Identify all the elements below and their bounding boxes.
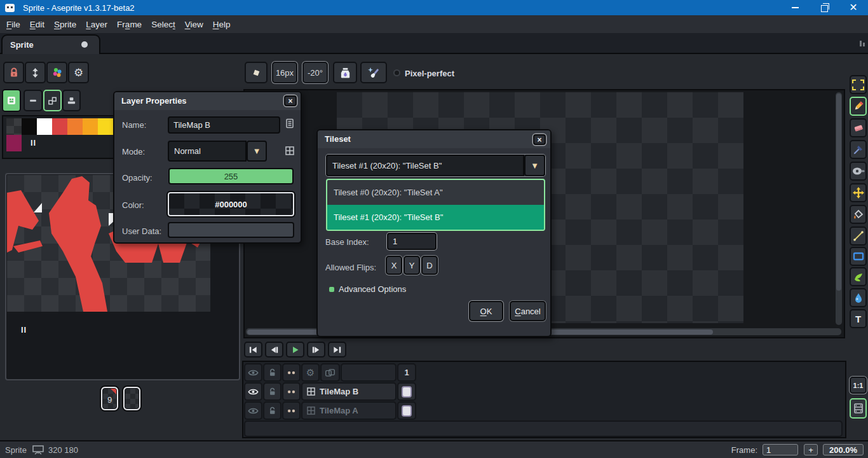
menu-sprite[interactable]: Sprite bbox=[54, 20, 76, 29]
tool-contour[interactable] bbox=[850, 267, 867, 286]
menu-file[interactable]: File bbox=[6, 20, 20, 29]
tabbar-grip-icon[interactable] bbox=[860, 41, 865, 46]
layer-color-field[interactable]: #000000 bbox=[168, 192, 294, 216]
blend-mode-dropdown-button[interactable]: ▼ bbox=[247, 141, 267, 162]
layer-visibility-toggle[interactable] bbox=[244, 401, 262, 420]
layer-name-input[interactable] bbox=[168, 116, 280, 134]
tool-paint-bucket[interactable] bbox=[850, 205, 867, 224]
tile-thumbnail-current[interactable]: 9 bbox=[100, 385, 119, 412]
tab-sprite[interactable]: Sprite bbox=[1, 34, 100, 54]
tileset-select[interactable]: Tileset #1 (20x20): "TileSet B" ▼ bbox=[326, 155, 545, 176]
palette-options-button[interactable]: ⚙ bbox=[68, 62, 89, 83]
timeline-panel[interactable]: ⚙ 1 TileMap B TileMap A bbox=[242, 361, 846, 438]
blend-mode-select[interactable]: Normal bbox=[168, 141, 247, 162]
advanced-options-bullet-icon[interactable] bbox=[329, 287, 334, 292]
aspect-ratio-button[interactable]: 1:1 bbox=[850, 377, 867, 394]
tool-move[interactable] bbox=[850, 183, 867, 202]
flip-x-button[interactable]: X bbox=[386, 256, 402, 275]
tool-line[interactable] bbox=[850, 226, 867, 246]
menu-layer[interactable]: Layer bbox=[86, 20, 107, 29]
menu-help[interactable]: Help bbox=[213, 20, 231, 29]
palette-swatch-0[interactable] bbox=[6, 118, 22, 135]
timeline-layer-row[interactable]: TileMap A bbox=[244, 401, 845, 420]
flip-d-button[interactable]: D bbox=[421, 256, 438, 275]
palette-swatch-1[interactable] bbox=[22, 118, 37, 135]
layer-name-cell[interactable]: TileMap B bbox=[301, 382, 397, 401]
palette-swatch-6[interactable] bbox=[98, 118, 113, 135]
ink-type-button[interactable] bbox=[333, 62, 357, 83]
timeline-gear-button[interactable]: ⚙ bbox=[301, 363, 320, 382]
close-window-button[interactable]: ✕ bbox=[839, 0, 868, 15]
first-frame-button[interactable] bbox=[244, 342, 262, 357]
brush-type-button[interactable] bbox=[245, 62, 268, 83]
opacity-slider[interactable]: 255 bbox=[168, 168, 294, 184]
auto-mode-button[interactable] bbox=[43, 90, 62, 111]
tileset-dialog-titlebar[interactable]: Tileset bbox=[318, 130, 550, 148]
layer-lock-toggle[interactable] bbox=[263, 401, 281, 420]
user-data-input[interactable] bbox=[168, 222, 294, 238]
advanced-options-label[interactable]: Advanced Options bbox=[339, 284, 406, 294]
tool-rectangle[interactable] bbox=[850, 247, 867, 266]
frame-number-header[interactable]: 1 bbox=[397, 363, 416, 382]
prev-frame-button[interactable] bbox=[265, 342, 283, 357]
tool-blur[interactable] bbox=[850, 288, 867, 307]
last-frame-button[interactable] bbox=[328, 342, 346, 357]
title-bar[interactable]: Sprite - Aseprite v1.3.17-beta2 ✕ bbox=[0, 0, 868, 15]
tool-rect-select[interactable] bbox=[850, 75, 867, 94]
tool-pencil[interactable] bbox=[850, 97, 867, 116]
header-lock-button[interactable] bbox=[263, 363, 281, 382]
menu-edit[interactable]: Edit bbox=[30, 20, 44, 29]
layer-frame-cel[interactable] bbox=[397, 401, 416, 420]
add-frame-button[interactable]: + bbox=[804, 444, 818, 455]
timeline-toggle-button[interactable] bbox=[850, 398, 867, 419]
timeline-empty-strip[interactable] bbox=[244, 420, 843, 437]
layer-properties-dialog[interactable]: Layer Properties × Name: Mode: Normal ▼ … bbox=[113, 91, 302, 244]
brush-angle-button[interactable]: -20° bbox=[302, 62, 328, 83]
tileset-option-1[interactable]: Tileset #1 (20x20): "TileSet B" bbox=[327, 205, 544, 230]
palette-lock-button[interactable] bbox=[3, 62, 24, 83]
canvas-vscrollbar-thumb[interactable] bbox=[836, 94, 841, 291]
header-eye-button[interactable] bbox=[244, 363, 262, 382]
palette-swatch-4[interactable] bbox=[67, 118, 83, 135]
dynamics-button[interactable] bbox=[360, 62, 387, 83]
menu-view[interactable]: View bbox=[185, 20, 203, 29]
palette-swatch-2[interactable] bbox=[37, 118, 52, 135]
tileset-select-value-box[interactable]: Tileset #1 (20x20): "TileSet B" bbox=[326, 155, 524, 176]
restore-button[interactable] bbox=[810, 0, 839, 15]
next-frame-button[interactable] bbox=[307, 342, 325, 357]
palette-swatch-3[interactable] bbox=[52, 118, 67, 135]
flip-y-button[interactable]: Y bbox=[403, 256, 420, 275]
tileset-dialog[interactable]: Tileset × Tileset #1 (20x20): "TileSet B… bbox=[316, 129, 552, 337]
user-data-icon[interactable] bbox=[285, 118, 294, 130]
layer-lock-toggle[interactable] bbox=[263, 382, 281, 401]
minimize-button[interactable] bbox=[780, 0, 810, 15]
pixel-perfect-checkbox[interactable] bbox=[393, 69, 400, 76]
layer-visibility-toggle[interactable] bbox=[244, 382, 262, 401]
layer-dots-button[interactable] bbox=[282, 401, 301, 420]
tileset-dropdown-button[interactable]: ▼ bbox=[524, 155, 545, 176]
tileset-option-0[interactable]: Tileset #0 (20x20): "TileSet A" bbox=[327, 180, 544, 205]
header-dots-button[interactable] bbox=[282, 363, 301, 382]
tile-thumbnail-empty[interactable] bbox=[122, 385, 142, 412]
frame-number-input[interactable] bbox=[763, 444, 798, 455]
timeline-layer-row[interactable]: TileMap B bbox=[244, 382, 845, 401]
stamp-mode-button[interactable] bbox=[62, 90, 81, 111]
tool-text[interactable]: T bbox=[850, 309, 867, 328]
layer-properties-titlebar[interactable]: Layer Properties bbox=[114, 92, 301, 110]
cancel-button[interactable]: Cancel bbox=[510, 301, 546, 321]
layer-properties-close-button[interactable]: × bbox=[284, 95, 297, 106]
tool-zoom[interactable] bbox=[850, 162, 867, 181]
ok-button[interactable]: OK bbox=[469, 301, 503, 321]
palette-swatch-magenta[interactable] bbox=[6, 135, 22, 151]
play-button[interactable] bbox=[286, 342, 304, 357]
base-index-input[interactable] bbox=[387, 233, 437, 250]
layer-frame-cel[interactable] bbox=[397, 382, 416, 401]
canvas-vscrollbar[interactable] bbox=[836, 92, 842, 325]
brush-size-button[interactable]: 16px bbox=[272, 62, 297, 83]
zoom-level-box[interactable]: 200.0% bbox=[823, 444, 864, 455]
palette-swatch-5[interactable] bbox=[83, 118, 98, 135]
tool-eraser[interactable] bbox=[850, 118, 867, 137]
layer-name-cell[interactable]: TileMap A bbox=[301, 401, 397, 420]
tool-eyedropper[interactable] bbox=[850, 140, 867, 159]
menu-select[interactable]: Select bbox=[151, 20, 175, 29]
